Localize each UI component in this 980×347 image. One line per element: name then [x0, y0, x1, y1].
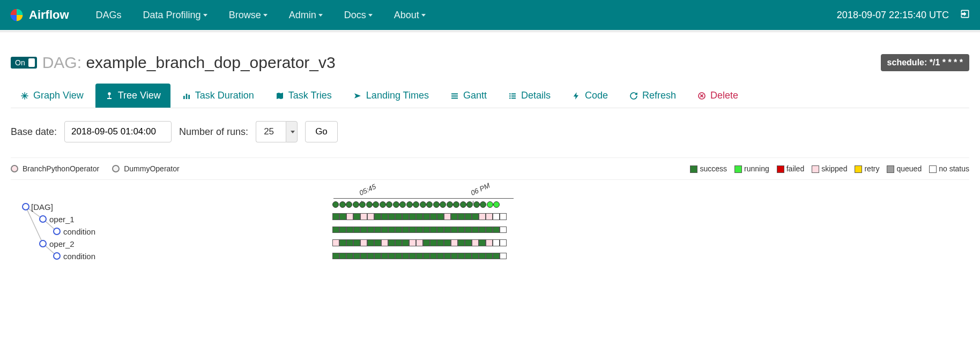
tab-landing-times[interactable]: Landing Times	[344, 84, 439, 108]
task-run-cell[interactable]	[465, 213, 472, 220]
task-run-cell[interactable]	[493, 227, 500, 233]
dag-run-cell[interactable]	[447, 201, 453, 208]
task-run-cell[interactable]	[395, 213, 402, 220]
task-run-cell[interactable]	[465, 227, 472, 233]
task-run-cell[interactable]	[381, 239, 388, 246]
task-run-cell[interactable]	[395, 227, 402, 233]
logout-icon[interactable]	[960, 9, 970, 21]
tab-gantt[interactable]: Gantt	[441, 84, 496, 108]
task-run-cell[interactable]	[437, 227, 444, 233]
task-run-cell[interactable]	[458, 239, 465, 246]
task-run-cell[interactable]	[500, 239, 507, 246]
task-run-cell[interactable]	[332, 253, 339, 260]
task-run-cell[interactable]	[479, 239, 486, 246]
task-run-cell[interactable]	[409, 239, 416, 246]
task-run-cell[interactable]	[353, 239, 360, 246]
task-run-cell[interactable]	[451, 253, 458, 260]
task-run-cell[interactable]	[493, 239, 500, 246]
task-run-cell[interactable]	[416, 213, 423, 220]
task-run-cell[interactable]	[479, 227, 486, 233]
nav-dags[interactable]: DAGs	[85, 2, 132, 29]
nav-docs[interactable]: Docs	[333, 2, 383, 29]
task-run-cell[interactable]	[451, 213, 458, 220]
dag-run-cell[interactable]	[453, 201, 459, 208]
tree-label[interactable]: oper_2	[49, 239, 75, 248]
task-run-cell[interactable]	[493, 213, 500, 220]
task-run-cell[interactable]	[332, 239, 339, 246]
task-run-cell[interactable]	[423, 239, 430, 246]
dag-run-cell[interactable]	[480, 201, 486, 208]
task-run-cell[interactable]	[458, 253, 465, 260]
task-run-cell[interactable]	[416, 239, 423, 246]
task-run-cell[interactable]	[409, 227, 416, 233]
task-run-cell[interactable]	[381, 227, 388, 233]
task-run-cell[interactable]	[353, 213, 360, 220]
task-run-cell[interactable]	[423, 253, 430, 260]
task-run-cell[interactable]	[416, 227, 423, 233]
task-run-cell[interactable]	[360, 253, 367, 260]
task-run-cell[interactable]	[493, 253, 500, 260]
tab-delete[interactable]: Delete	[688, 84, 748, 108]
tree-node[interactable]	[54, 228, 60, 235]
tree-node[interactable]	[40, 216, 46, 222]
dag-run-cell[interactable]	[487, 201, 493, 208]
task-run-cell[interactable]	[374, 239, 381, 246]
task-run-cell[interactable]	[409, 213, 416, 220]
task-run-cell[interactable]	[486, 239, 493, 246]
task-run-cell[interactable]	[346, 227, 353, 233]
task-run-cell[interactable]	[444, 227, 451, 233]
dag-run-cell[interactable]	[413, 201, 419, 208]
task-run-cell[interactable]	[486, 227, 493, 233]
task-run-cell[interactable]	[444, 239, 451, 246]
tree-label[interactable]: oper_1	[49, 215, 75, 224]
brand[interactable]: Airflow	[10, 8, 69, 22]
task-run-cell[interactable]	[367, 213, 374, 220]
task-run-cell[interactable]	[437, 253, 444, 260]
task-run-cell[interactable]	[367, 253, 374, 260]
task-run-cell[interactable]	[416, 253, 423, 260]
chevron-down-icon[interactable]	[286, 121, 298, 142]
task-run-cell[interactable]	[360, 239, 367, 246]
task-run-cell[interactable]	[339, 227, 346, 233]
task-run-cell[interactable]	[437, 213, 444, 220]
tab-tree-view[interactable]: Tree View	[95, 84, 170, 108]
task-run-cell[interactable]	[486, 213, 493, 220]
dag-run-cell[interactable]	[373, 201, 379, 208]
task-run-cell[interactable]	[367, 239, 374, 246]
dag-run-cell[interactable]	[366, 201, 373, 208]
dag-run-cell[interactable]	[440, 201, 446, 208]
task-run-cell[interactable]	[458, 213, 465, 220]
task-run-cell[interactable]	[430, 213, 437, 220]
task-run-cell[interactable]	[388, 253, 395, 260]
task-run-cell[interactable]	[346, 213, 353, 220]
task-run-cell[interactable]	[458, 227, 465, 233]
task-run-cell[interactable]	[472, 253, 479, 260]
tab-details[interactable]: Details	[499, 84, 560, 108]
task-run-cell[interactable]	[444, 253, 451, 260]
task-run-cell[interactable]	[374, 213, 381, 220]
task-run-cell[interactable]	[430, 227, 437, 233]
tree-node[interactable]	[23, 203, 29, 210]
task-run-cell[interactable]	[402, 213, 409, 220]
task-run-cell[interactable]	[346, 239, 353, 246]
task-run-cell[interactable]	[430, 253, 437, 260]
nav-about[interactable]: About	[383, 2, 436, 29]
dag-run-cell[interactable]	[380, 201, 386, 208]
task-run-cell[interactable]	[374, 227, 381, 233]
task-run-cell[interactable]	[423, 227, 430, 233]
task-run-cell[interactable]	[465, 253, 472, 260]
tree-label[interactable]: [DAG]	[31, 202, 53, 212]
task-run-cell[interactable]	[346, 253, 353, 260]
dag-run-cell[interactable]	[466, 201, 473, 208]
task-run-cell[interactable]	[360, 213, 367, 220]
task-run-cell[interactable]	[402, 239, 409, 246]
dag-run-cell[interactable]	[420, 201, 426, 208]
tab-task-tries[interactable]: Task Tries	[266, 84, 341, 108]
tab-code[interactable]: Code	[562, 84, 618, 108]
dag-run-cell[interactable]	[473, 201, 480, 208]
dag-run-cell[interactable]	[460, 201, 466, 208]
task-run-cell[interactable]	[409, 253, 416, 260]
task-run-cell[interactable]	[479, 213, 486, 220]
task-run-cell[interactable]	[360, 227, 367, 233]
num-runs-select[interactable]: 25	[256, 121, 298, 142]
